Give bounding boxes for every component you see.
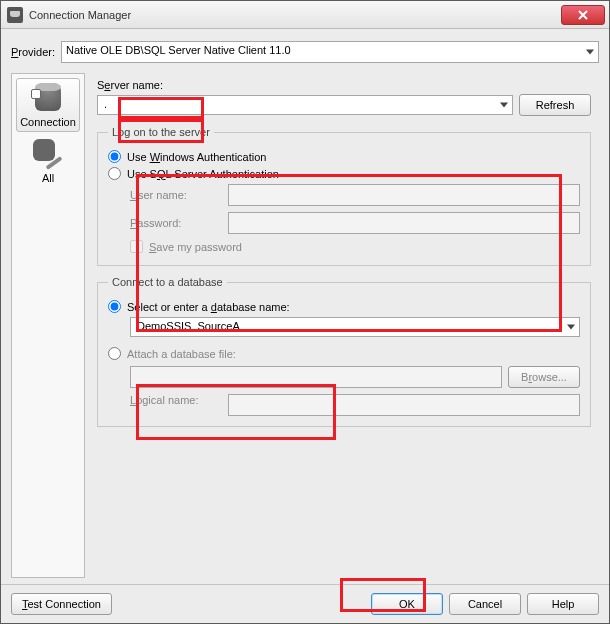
logon-group: Log on to the server Use Windows Authent…	[97, 126, 591, 266]
browse-label: Browse...	[521, 371, 567, 383]
attach-file-input	[130, 366, 502, 388]
save-password-checkbox	[130, 240, 143, 253]
auth-windows-row[interactable]: Use Windows Authentication	[108, 150, 580, 163]
db-select-radio[interactable]	[108, 300, 121, 313]
close-button[interactable]	[561, 5, 605, 25]
auth-sql-row[interactable]: Use SQL Server Authentication	[108, 167, 580, 180]
close-icon	[578, 10, 588, 20]
save-password-row: Save my password	[130, 240, 580, 253]
footer: Test Connection OK Cancel Help	[1, 584, 609, 623]
test-connection-label: Test Connection	[22, 598, 101, 610]
auth-windows-label: Use Windows Authentication	[127, 151, 266, 163]
logical-name-row: Logical name:	[130, 394, 580, 416]
help-button[interactable]: Help	[527, 593, 599, 615]
user-name-input	[228, 184, 580, 206]
user-name-label: User name:	[130, 189, 220, 201]
db-select-container: DemoSSIS_SourceA	[108, 317, 580, 337]
db-select-label: Select or enter a database name:	[127, 301, 290, 313]
nav-item-all-label: All	[17, 172, 79, 184]
password-input	[228, 212, 580, 234]
ok-label: OK	[399, 598, 415, 610]
nav-item-connection-label: Connection	[17, 116, 79, 128]
logical-name-label: Logical name:	[130, 394, 220, 416]
all-icon	[32, 139, 64, 171]
connection-form: Server name: . Refresh Log on to the ser…	[89, 73, 599, 578]
db-select-row[interactable]: Select or enter a database name:	[108, 300, 580, 313]
chevron-down-icon	[500, 103, 508, 108]
help-label: Help	[552, 598, 575, 610]
db-attach-row[interactable]: Attach a database file:	[108, 347, 580, 360]
cancel-button[interactable]: Cancel	[449, 593, 521, 615]
refresh-button[interactable]: Refresh	[519, 94, 591, 116]
content-area: Provider: Native OLE DB\SQL Server Nativ…	[1, 29, 609, 584]
db-name-value: DemoSSIS_SourceA	[137, 320, 240, 332]
logical-name-input	[228, 394, 580, 416]
titlebar[interactable]: Connection Manager	[1, 1, 609, 29]
auth-windows-radio[interactable]	[108, 150, 121, 163]
connection-manager-window: Connection Manager Provider: Native OLE …	[0, 0, 610, 624]
chevron-down-icon	[586, 50, 594, 55]
window-title: Connection Manager	[29, 9, 561, 21]
server-name-label: Server name:	[97, 79, 591, 91]
test-connection-button[interactable]: Test Connection	[11, 593, 112, 615]
provider-row: Provider: Native OLE DB\SQL Server Nativ…	[11, 37, 599, 69]
database-legend: Connect to a database	[108, 276, 227, 288]
save-password-label: Save my password	[149, 241, 242, 253]
server-name-combo[interactable]: .	[97, 95, 513, 115]
auth-sql-radio[interactable]	[108, 167, 121, 180]
credentials-grid: User name: Password:	[130, 184, 580, 234]
provider-label: Provider:	[11, 46, 55, 58]
server-name-row: . Refresh	[97, 94, 591, 116]
password-label: Password:	[130, 217, 220, 229]
database-group: Connect to a database Select or enter a …	[97, 276, 591, 427]
auth-sql-label: Use SQL Server Authentication	[127, 168, 279, 180]
db-attach-label: Attach a database file:	[127, 348, 236, 360]
browse-button: Browse...	[508, 366, 580, 388]
connection-icon	[32, 83, 64, 115]
app-icon	[7, 7, 23, 23]
chevron-down-icon	[567, 325, 575, 330]
logon-legend: Log on to the server	[108, 126, 214, 138]
db-name-combo[interactable]: DemoSSIS_SourceA	[130, 317, 580, 337]
nav-item-connection[interactable]: Connection	[16, 78, 80, 132]
db-attach-radio[interactable]	[108, 347, 121, 360]
cancel-label: Cancel	[468, 598, 502, 610]
main-row: Connection All Server name: . Refresh	[11, 73, 599, 578]
provider-value: Native OLE DB\SQL Server Native Client 1…	[66, 44, 291, 56]
nav-pane: Connection All	[11, 73, 85, 578]
provider-combo[interactable]: Native OLE DB\SQL Server Native Client 1…	[61, 41, 599, 63]
ok-button[interactable]: OK	[371, 593, 443, 615]
server-name-value: .	[104, 98, 107, 110]
refresh-label: Refresh	[536, 99, 575, 111]
nav-item-all[interactable]: All	[16, 134, 80, 188]
attach-file-row: Browse...	[130, 366, 580, 388]
